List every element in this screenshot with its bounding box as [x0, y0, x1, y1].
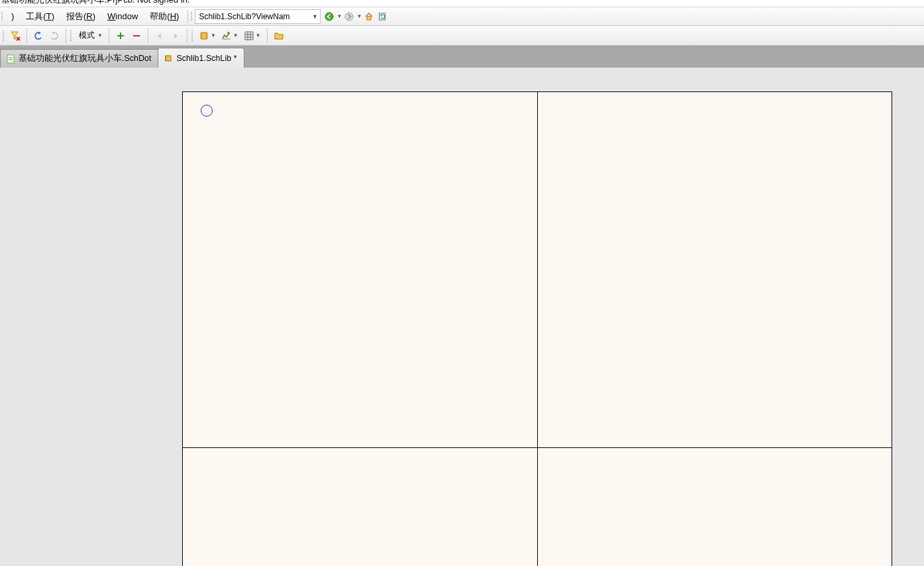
address-combo[interactable]: Schlib1.SchLib?ViewNam ▼ — [195, 9, 321, 24]
clear-filter-button[interactable] — [8, 28, 23, 44]
svg-rect-6 — [166, 56, 171, 61]
menu-grip[interactable] — [1, 11, 4, 23]
prev-button[interactable] — [152, 28, 167, 44]
chevron-down-icon: ▼ — [211, 32, 216, 38]
toolbar-sep-5 — [187, 28, 187, 43]
document-tabs: 基础功能光伏红旗玩具小车.SchDot Schlib1.SchLib * — [0, 46, 924, 68]
status-strip: 基础功能光伏红旗玩具小车.PrjPcb. Not signed in. — [0, 0, 924, 7]
grid-icon — [244, 30, 254, 41]
grid-dropdown[interactable]: ▼ — [242, 28, 263, 44]
nav-back-dropdown[interactable]: ▼ — [336, 11, 342, 23]
menu-separator — [187, 10, 188, 23]
nav-back-button[interactable] — [323, 11, 335, 23]
redo-button[interactable] — [47, 28, 62, 44]
tab-schdoc[interactable]: 基础功能光伏红旗玩具小车.SchDot — [0, 49, 158, 68]
svg-point-7 — [165, 56, 166, 58]
redo-icon — [49, 30, 60, 41]
chip-icon — [199, 30, 209, 41]
tab-label: 基础功能光伏红旗玩具小车.SchDot — [19, 53, 151, 64]
menu-window[interactable]: Window — [101, 9, 144, 23]
open-folder-button[interactable] — [272, 28, 286, 44]
toolbar-grip-2[interactable] — [70, 29, 73, 42]
tab-label: Schlib1.SchLib * — [176, 54, 236, 63]
nav-home-button[interactable] — [363, 11, 375, 23]
menu-tools[interactable]: 工具(T) — [20, 9, 60, 25]
chart-dropdown[interactable]: ▼ — [219, 28, 240, 44]
svg-point-1 — [345, 13, 353, 21]
toolbar-sep-3 — [109, 28, 109, 43]
toolbar-sep-2 — [66, 28, 66, 43]
chevron-down-icon[interactable]: ▼ — [310, 13, 319, 20]
menu-bar: ) 工具(T) 报告(R) Window 帮助(H) Schlib1.SchLi… — [0, 7, 924, 26]
editor-workspace[interactable] — [0, 68, 924, 566]
chart-line-icon — [221, 30, 232, 41]
mode-dropdown[interactable]: 模式 ▼ — [76, 28, 105, 44]
sheet-axis-horizontal — [183, 447, 892, 448]
next-button[interactable] — [168, 28, 183, 44]
plus-icon — [117, 32, 125, 40]
toolbar-sep-4 — [148, 28, 148, 43]
status-text: 基础功能光伏红旗玩具小车.PrjPcb. Not signed in. — [1, 0, 190, 4]
nav-grip[interactable] — [191, 11, 193, 23]
remove-button[interactable] — [129, 28, 144, 44]
undo-icon — [33, 30, 44, 41]
mode-label: 模式 — [77, 30, 96, 41]
schdoc-icon — [6, 54, 15, 64]
arrow-right-icon — [172, 32, 180, 40]
home-icon — [364, 12, 374, 21]
menu-help[interactable]: 帮助(H) — [144, 9, 185, 25]
menu-fragment[interactable]: ) — [5, 9, 20, 23]
arrow-left-icon — [156, 32, 164, 40]
add-button[interactable] — [113, 28, 128, 44]
toolbar-sep-1 — [26, 28, 27, 43]
svg-rect-5 — [7, 55, 14, 63]
svg-rect-2 — [367, 17, 371, 20]
svg-point-0 — [325, 13, 333, 21]
nav-forward-dropdown[interactable]: ▼ — [356, 11, 362, 23]
schlib-icon — [164, 54, 173, 63]
address-text: Schlib1.SchLib?ViewNam — [199, 12, 310, 21]
place-component-dropdown[interactable]: ▼ — [197, 28, 218, 44]
chevron-down-icon: ▼ — [97, 32, 103, 38]
menu-report[interactable]: 报告(R) — [60, 9, 101, 25]
nav-forward-button[interactable] — [343, 11, 355, 23]
origin-marker[interactable] — [201, 105, 213, 117]
undo-button[interactable] — [31, 28, 46, 44]
toolbar-grip-1[interactable] — [3, 29, 5, 42]
funnel-x-icon — [10, 30, 21, 41]
toolbar-grip-3[interactable] — [191, 29, 194, 42]
folder-icon — [274, 30, 284, 41]
circle-arrow-right-icon — [344, 12, 354, 21]
minus-icon — [132, 32, 140, 40]
circle-arrow-left-icon — [325, 12, 334, 21]
toolbar: 模式 ▼ ▼ ▼ — [0, 26, 924, 46]
tab-schlib[interactable]: Schlib1.SchLib * — [158, 48, 244, 68]
schematic-sheet[interactable] — [182, 91, 892, 566]
toolbar-sep-6 — [267, 28, 268, 43]
svg-point-8 — [165, 59, 166, 60]
refresh-icon — [378, 12, 387, 21]
sheet-axis-vertical — [537, 92, 538, 566]
chevron-down-icon: ▼ — [256, 32, 261, 38]
svg-rect-4 — [201, 32, 207, 39]
nav-refresh-button[interactable] — [376, 11, 388, 23]
chevron-down-icon: ▼ — [233, 32, 238, 38]
